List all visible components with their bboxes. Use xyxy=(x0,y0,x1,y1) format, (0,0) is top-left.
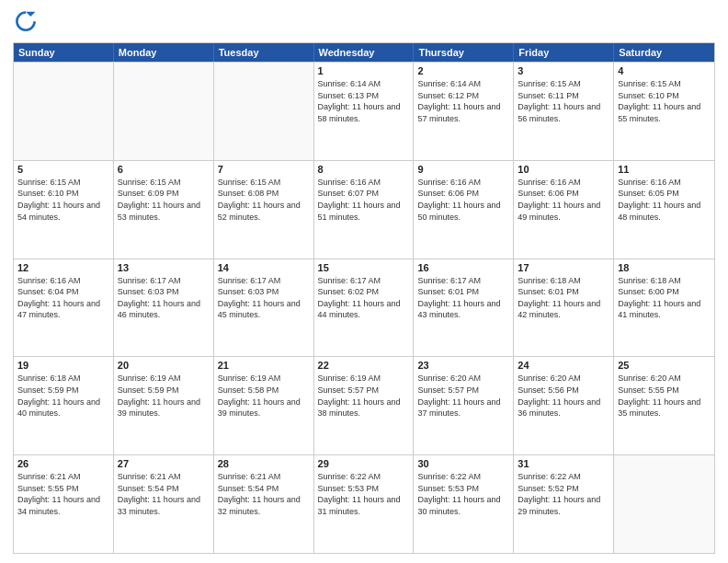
empty-cell xyxy=(214,63,314,160)
day-cell-15: 15Sunrise: 6:17 AM Sunset: 6:02 PM Dayli… xyxy=(314,259,415,357)
day-header-thursday: Thursday xyxy=(414,43,514,62)
day-info: Sunrise: 6:17 AM Sunset: 6:03 PM Dayligh… xyxy=(218,275,310,321)
day-cell-30: 30Sunrise: 6:22 AM Sunset: 5:53 PM Dayli… xyxy=(414,455,514,553)
day-info: Sunrise: 6:20 AM Sunset: 5:57 PM Dayligh… xyxy=(417,373,509,419)
day-cell-25: 25Sunrise: 6:20 AM Sunset: 5:55 PM Dayli… xyxy=(614,357,714,454)
day-number: 24 xyxy=(518,360,609,371)
day-info: Sunrise: 6:15 AM Sunset: 6:08 PM Dayligh… xyxy=(218,177,310,223)
day-number: 9 xyxy=(417,164,509,175)
day-info: Sunrise: 6:17 AM Sunset: 6:01 PM Dayligh… xyxy=(417,275,509,321)
day-info: Sunrise: 6:21 AM Sunset: 5:55 PM Dayligh… xyxy=(17,471,109,517)
day-info: Sunrise: 6:18 AM Sunset: 6:01 PM Dayligh… xyxy=(518,275,609,321)
day-number: 14 xyxy=(218,262,310,273)
day-cell-1: 1Sunrise: 6:14 AM Sunset: 6:13 PM Daylig… xyxy=(314,63,415,160)
day-number: 29 xyxy=(318,458,410,469)
day-number: 10 xyxy=(518,164,609,175)
day-number: 1 xyxy=(318,65,410,76)
day-info: Sunrise: 6:21 AM Sunset: 5:54 PM Dayligh… xyxy=(118,471,210,517)
day-number: 6 xyxy=(118,164,210,175)
day-cell-31: 31Sunrise: 6:22 AM Sunset: 5:52 PM Dayli… xyxy=(514,455,614,553)
day-cell-14: 14Sunrise: 6:17 AM Sunset: 6:03 PM Dayli… xyxy=(214,259,314,357)
day-header-saturday: Saturday xyxy=(614,43,714,62)
day-info: Sunrise: 6:14 AM Sunset: 6:12 PM Dayligh… xyxy=(417,78,509,124)
day-number: 2 xyxy=(417,65,509,76)
week-row-1: 1Sunrise: 6:14 AM Sunset: 6:13 PM Daylig… xyxy=(14,62,714,160)
logo-icon xyxy=(13,9,39,35)
day-cell-9: 9Sunrise: 6:16 AM Sunset: 6:06 PM Daylig… xyxy=(414,161,514,259)
day-info: Sunrise: 6:17 AM Sunset: 6:03 PM Dayligh… xyxy=(118,275,210,321)
day-cell-4: 4Sunrise: 6:15 AM Sunset: 6:10 PM Daylig… xyxy=(614,63,714,160)
calendar: SundayMondayTuesdayWednesdayThursdayFrid… xyxy=(13,42,715,554)
day-info: Sunrise: 6:16 AM Sunset: 6:06 PM Dayligh… xyxy=(417,177,509,223)
day-info: Sunrise: 6:16 AM Sunset: 6:05 PM Dayligh… xyxy=(618,177,711,223)
day-info: Sunrise: 6:14 AM Sunset: 6:13 PM Dayligh… xyxy=(318,78,410,124)
day-info: Sunrise: 6:22 AM Sunset: 5:52 PM Dayligh… xyxy=(518,471,609,517)
day-cell-24: 24Sunrise: 6:20 AM Sunset: 5:56 PM Dayli… xyxy=(514,357,614,454)
day-number: 23 xyxy=(417,360,509,371)
day-cell-13: 13Sunrise: 6:17 AM Sunset: 6:03 PM Dayli… xyxy=(114,259,214,357)
day-number: 5 xyxy=(17,164,109,175)
day-number: 18 xyxy=(618,262,711,273)
day-number: 27 xyxy=(118,458,210,469)
day-number: 26 xyxy=(17,458,109,469)
day-header-sunday: Sunday xyxy=(14,43,114,62)
day-cell-12: 12Sunrise: 6:16 AM Sunset: 6:04 PM Dayli… xyxy=(14,259,114,357)
day-number: 12 xyxy=(17,262,109,273)
day-number: 7 xyxy=(218,164,310,175)
day-header-friday: Friday xyxy=(514,43,614,62)
day-number: 16 xyxy=(417,262,509,273)
day-cell-27: 27Sunrise: 6:21 AM Sunset: 5:54 PM Dayli… xyxy=(114,455,214,553)
day-info: Sunrise: 6:15 AM Sunset: 6:10 PM Dayligh… xyxy=(17,177,109,223)
day-cell-5: 5Sunrise: 6:15 AM Sunset: 6:10 PM Daylig… xyxy=(14,161,114,259)
calendar-body: 1Sunrise: 6:14 AM Sunset: 6:13 PM Daylig… xyxy=(14,62,714,553)
day-number: 31 xyxy=(518,458,609,469)
day-info: Sunrise: 6:20 AM Sunset: 5:55 PM Dayligh… xyxy=(618,373,711,419)
header xyxy=(13,9,715,35)
day-header-monday: Monday xyxy=(114,43,214,62)
day-number: 20 xyxy=(118,360,210,371)
empty-cell xyxy=(614,455,714,553)
day-cell-7: 7Sunrise: 6:15 AM Sunset: 6:08 PM Daylig… xyxy=(214,161,314,259)
day-cell-28: 28Sunrise: 6:21 AM Sunset: 5:54 PM Dayli… xyxy=(214,455,314,553)
day-header-tuesday: Tuesday xyxy=(214,43,314,62)
day-number: 8 xyxy=(318,164,410,175)
day-info: Sunrise: 6:15 AM Sunset: 6:10 PM Dayligh… xyxy=(618,78,711,124)
calendar-header: SundayMondayTuesdayWednesdayThursdayFrid… xyxy=(14,43,714,62)
week-row-4: 19Sunrise: 6:18 AM Sunset: 5:59 PM Dayli… xyxy=(14,356,714,454)
day-number: 4 xyxy=(618,65,711,76)
day-cell-10: 10Sunrise: 6:16 AM Sunset: 6:06 PM Dayli… xyxy=(514,161,614,259)
day-info: Sunrise: 6:19 AM Sunset: 5:57 PM Dayligh… xyxy=(318,373,410,419)
day-number: 22 xyxy=(318,360,410,371)
day-info: Sunrise: 6:16 AM Sunset: 6:04 PM Dayligh… xyxy=(17,275,109,321)
day-info: Sunrise: 6:21 AM Sunset: 5:54 PM Dayligh… xyxy=(218,471,310,517)
day-cell-11: 11Sunrise: 6:16 AM Sunset: 6:05 PM Dayli… xyxy=(614,161,714,259)
day-cell-21: 21Sunrise: 6:19 AM Sunset: 5:58 PM Dayli… xyxy=(214,357,314,454)
day-cell-19: 19Sunrise: 6:18 AM Sunset: 5:59 PM Dayli… xyxy=(14,357,114,454)
day-number: 11 xyxy=(618,164,711,175)
day-number: 3 xyxy=(518,65,609,76)
day-cell-6: 6Sunrise: 6:15 AM Sunset: 6:09 PM Daylig… xyxy=(114,161,214,259)
day-info: Sunrise: 6:20 AM Sunset: 5:56 PM Dayligh… xyxy=(518,373,609,419)
week-row-3: 12Sunrise: 6:16 AM Sunset: 6:04 PM Dayli… xyxy=(14,259,714,357)
day-cell-2: 2Sunrise: 6:14 AM Sunset: 6:12 PM Daylig… xyxy=(414,63,514,160)
day-cell-29: 29Sunrise: 6:22 AM Sunset: 5:53 PM Dayli… xyxy=(314,455,415,553)
day-info: Sunrise: 6:17 AM Sunset: 6:02 PM Dayligh… xyxy=(318,275,410,321)
empty-cell xyxy=(114,63,214,160)
day-info: Sunrise: 6:16 AM Sunset: 6:07 PM Dayligh… xyxy=(318,177,410,223)
day-cell-3: 3Sunrise: 6:15 AM Sunset: 6:11 PM Daylig… xyxy=(514,63,614,160)
day-cell-22: 22Sunrise: 6:19 AM Sunset: 5:57 PM Dayli… xyxy=(314,357,415,454)
page: SundayMondayTuesdayWednesdayThursdayFrid… xyxy=(0,0,728,563)
day-number: 17 xyxy=(518,262,609,273)
day-number: 28 xyxy=(218,458,310,469)
day-cell-26: 26Sunrise: 6:21 AM Sunset: 5:55 PM Dayli… xyxy=(14,455,114,553)
day-cell-17: 17Sunrise: 6:18 AM Sunset: 6:01 PM Dayli… xyxy=(514,259,614,357)
day-info: Sunrise: 6:16 AM Sunset: 6:06 PM Dayligh… xyxy=(518,177,609,223)
day-cell-8: 8Sunrise: 6:16 AM Sunset: 6:07 PM Daylig… xyxy=(314,161,415,259)
empty-cell xyxy=(14,63,114,160)
day-cell-16: 16Sunrise: 6:17 AM Sunset: 6:01 PM Dayli… xyxy=(414,259,514,357)
day-number: 25 xyxy=(618,360,711,371)
day-number: 19 xyxy=(17,360,109,371)
day-cell-20: 20Sunrise: 6:19 AM Sunset: 5:59 PM Dayli… xyxy=(114,357,214,454)
day-info: Sunrise: 6:22 AM Sunset: 5:53 PM Dayligh… xyxy=(417,471,509,517)
day-info: Sunrise: 6:18 AM Sunset: 6:00 PM Dayligh… xyxy=(618,275,711,321)
